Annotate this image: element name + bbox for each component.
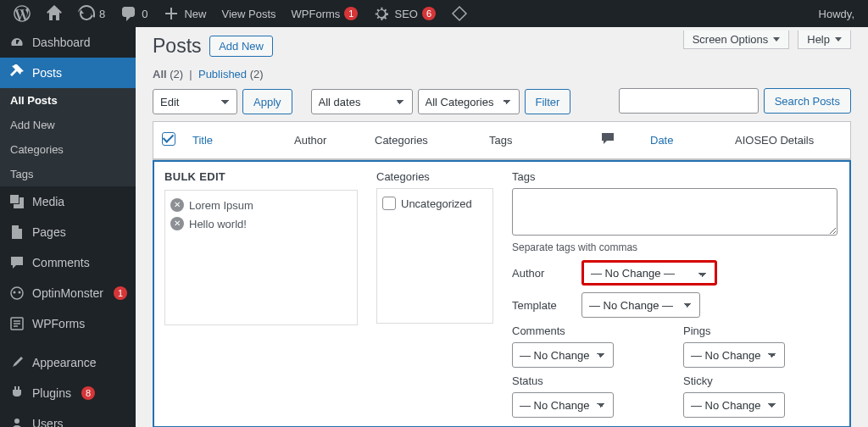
tags-label: Tags [512, 170, 837, 183]
menu-label: Posts [32, 66, 62, 80]
updates[interactable]: 8 [71, 0, 112, 27]
menu-label: Comments [32, 256, 90, 269]
tags-textarea[interactable] [512, 188, 837, 236]
optinmonster-icon [8, 285, 25, 302]
col-date[interactable]: Date [642, 122, 726, 159]
wordpress-icon [14, 5, 31, 22]
post-title: Lorem Ipsum [189, 199, 253, 212]
help-toggle[interactable]: Help [798, 30, 851, 49]
tags-hint: Separate tags with commas [512, 241, 837, 253]
comments-bubble[interactable]: 0 [114, 0, 154, 27]
template-field: Template — No Change — [512, 292, 837, 318]
menu-appearance[interactable]: Appearance [0, 347, 136, 378]
menu-optinmonster[interactable]: OptinMonster1 [0, 278, 136, 308]
menu-pages[interactable]: Pages [0, 217, 136, 247]
plus-icon [163, 5, 180, 22]
menu-label: OptinMonster [32, 286, 103, 300]
sticky-select[interactable]: — No Change — [683, 392, 785, 418]
search-button[interactable]: Search Posts [764, 88, 851, 114]
wpforms-badge: 1 [344, 7, 358, 20]
wp-logo[interactable] [7, 0, 37, 27]
filter-published[interactable]: Published [198, 68, 247, 80]
category-item[interactable]: Uncategorized [382, 194, 487, 213]
bulk-edit-legend: BULK EDIT [164, 170, 358, 183]
admin-sidebar: Dashboard Posts All Posts Add New Catego… [0, 27, 136, 427]
menu-plugins[interactable]: Plugins8 [0, 378, 136, 408]
add-new-button[interactable]: Add New [209, 36, 273, 57]
menu-label: Plugins [32, 386, 71, 400]
brush-icon [8, 354, 25, 371]
bulk-action-select[interactable]: Edit [153, 89, 237, 114]
view-posts[interactable]: View Posts [214, 0, 282, 27]
optin-badge: 1 [114, 286, 127, 300]
menu-posts[interactable]: Posts [0, 58, 136, 88]
filter-button[interactable]: Filter [525, 89, 571, 114]
remove-icon[interactable]: ✕ [170, 198, 184, 212]
menu-label: Media [32, 195, 64, 208]
menu-media[interactable]: Media [0, 186, 136, 217]
category-checkbox[interactable] [382, 197, 396, 210]
howdy[interactable]: Howdy, [812, 0, 861, 27]
plugins-badge: 8 [81, 386, 95, 400]
select-all-checkbox[interactable] [162, 132, 175, 146]
remove-icon[interactable]: ✕ [170, 217, 184, 230]
menu-dashboard[interactable]: Dashboard [0, 27, 136, 58]
svg-point-4 [14, 419, 19, 424]
diamond-icon [451, 5, 468, 22]
submenu-categories[interactable]: Categories [0, 137, 136, 162]
menu-users[interactable]: Users [0, 408, 136, 427]
search-input[interactable] [619, 88, 759, 114]
comments-label: Comments [512, 324, 666, 337]
comments-count: 0 [142, 8, 147, 20]
pings-label: Pings [683, 324, 837, 337]
col-aioseo: AIOSEO Details [726, 122, 850, 159]
status-select[interactable]: — No Change — [512, 392, 614, 418]
screen-options-toggle[interactable]: Screen Options [683, 30, 790, 49]
comment-icon [120, 5, 137, 22]
submenu-all-posts[interactable]: All Posts [0, 88, 136, 113]
menu-label: Appearance [32, 356, 97, 369]
updates-count: 8 [99, 8, 105, 20]
col-tags: Tags [481, 122, 591, 159]
bulk-post-item: ✕Lorem Ipsum [170, 196, 352, 214]
author-field: Author — No Change — [512, 260, 837, 286]
menu-label: WPForms [32, 317, 85, 330]
submenu-add-new[interactable]: Add New [0, 113, 136, 137]
wpforms-label: WPForms [292, 8, 341, 20]
site-home[interactable] [39, 0, 70, 27]
bulk-post-item: ✕Hello world! [170, 214, 352, 233]
template-label: Template [512, 299, 571, 312]
content-area: Screen Options Help Posts Add New Search… [136, 27, 868, 427]
col-title[interactable]: Title [184, 122, 286, 159]
author-select[interactable]: — No Change — [581, 260, 717, 286]
status-label: Status [512, 374, 666, 387]
pings-select[interactable]: — No Change — [683, 342, 785, 368]
category-filter-select[interactable]: All Categories [418, 89, 520, 114]
categories-checklist[interactable]: Uncategorized [376, 188, 493, 324]
seo-menu[interactable]: SEO6 [366, 0, 442, 27]
menu-wpforms[interactable]: WPForms [0, 308, 136, 339]
filter-published-count: (2) [250, 68, 264, 80]
seo-label: SEO [394, 8, 417, 20]
page-title: Posts [153, 27, 202, 61]
wpforms-menu[interactable]: WPForms1 [285, 0, 365, 27]
posts-submenu: All Posts Add New Categories Tags [0, 88, 136, 186]
filter-all[interactable]: All [153, 68, 167, 80]
apply-button[interactable]: Apply [242, 89, 292, 114]
col-comments[interactable] [591, 122, 642, 159]
pages-icon [8, 224, 25, 241]
template-select[interactable]: — No Change — [581, 292, 700, 318]
submenu-tags[interactable]: Tags [0, 162, 136, 186]
categories-label: Categories [376, 170, 493, 183]
bulk-edit-posts-list[interactable]: ✕Lorem Ipsum ✕Hello world! [164, 190, 358, 325]
posts-table: Title Author Categories Tags Date AIOSEO… [153, 121, 851, 160]
comments-select[interactable]: — No Change — [512, 342, 614, 368]
comment-icon [599, 130, 616, 147]
menu-comments[interactable]: Comments [0, 247, 136, 278]
svg-point-2 [19, 291, 21, 294]
date-filter-select[interactable]: All dates [311, 89, 413, 114]
dashboard-icon [8, 34, 25, 51]
sticky-label: Sticky [683, 374, 837, 387]
diamond-menu[interactable] [444, 0, 475, 27]
new-content[interactable]: New [156, 0, 213, 27]
